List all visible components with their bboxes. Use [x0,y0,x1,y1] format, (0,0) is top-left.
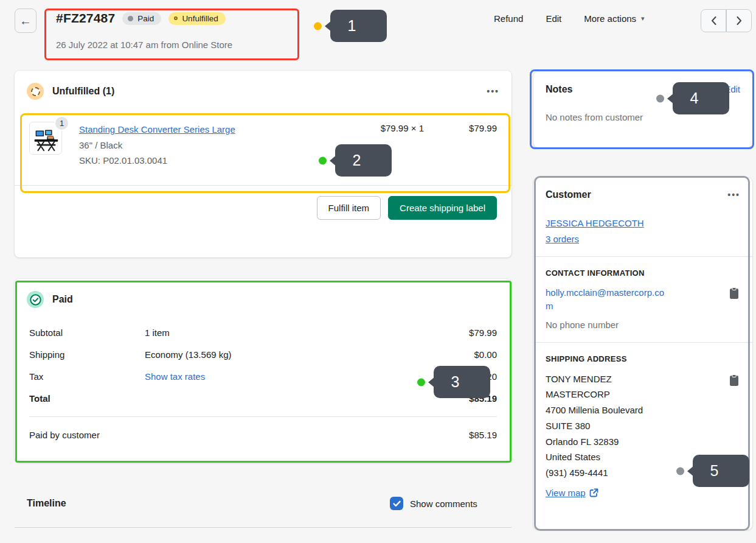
callout-4: 4 [673,82,729,114]
shipping-heading: SHIPPING ADDRESS [546,354,740,363]
total-row: Total $85.19 [29,387,497,409]
customer-card-title: Customer [546,189,591,200]
product-sku: SKU: P02.01.03.0041 [79,153,235,169]
unfulfilled-status-badge: Unfulfilled [168,12,225,25]
unfulfilled-ring-icon [174,16,178,20]
show-tax-rates-link[interactable]: Show tax rates [145,371,205,382]
copy-email-icon[interactable] [729,287,739,300]
show-comments-checkbox[interactable] [390,497,403,510]
page-title: #FZ27487 [56,11,115,26]
order-date-subtitle: 26 July 2022 at 10:47 am from Online Sto… [56,40,232,50]
quantity-badge: 1 [54,116,69,131]
unit-price: $79.99 × 1 [381,122,424,133]
payment-card-title: Paid [52,294,73,305]
paid-check-icon [27,291,44,308]
tax-row: Tax Show tax rates $5.20 [29,365,497,387]
product-variant: 36" / Black [79,138,235,153]
edit-button[interactable]: Edit [546,13,561,24]
fulfillment-card-title: Unfulfilled (1) [52,86,114,97]
paid-status-badge: Paid [122,12,161,25]
caret-down-icon: ▾ [641,15,645,23]
back-button[interactable]: ← [15,9,36,33]
fulfill-item-button[interactable]: Fulfill item [317,196,381,220]
next-order-button[interactable] [726,9,752,32]
chevron-right-icon [737,16,742,25]
timeline-heading: Timeline [27,498,66,509]
unfulfilled-icon [27,83,44,100]
view-map-link[interactable]: View map [546,488,586,498]
order-header: #FZ27487 Paid Unfulfilled [56,11,226,26]
more-actions-button[interactable]: More actions ▾ [584,13,644,24]
create-shipping-label-button[interactable]: Create shipping label [388,196,497,220]
fulfillment-menu-button[interactable]: ••• [487,86,499,96]
product-title-link[interactable]: Standing Desk Converter Series Large [79,124,235,135]
callout-2-dot [319,156,327,164]
subtotal-row: Subtotal 1 item $79.99 [29,321,497,343]
copy-address-icon[interactable] [729,374,739,387]
callout-4-dot [656,94,664,102]
line-total: $79.99 [424,122,497,133]
shipping-row: Shipping Economy (13.569 kg) $0.00 [29,343,497,365]
product-thumbnail: 1 [29,122,62,155]
external-link-icon [589,488,598,497]
line-item-row: 1 Standing Desk Converter Series Large 3… [15,100,512,169]
contact-heading: CONTACT INFORMATION [546,268,740,278]
timeline-divider [15,527,512,528]
customer-summary-section: Customer ••• JESSICA HEDGECOTH 3 orders [533,178,752,256]
callout-3: 3 [434,366,490,398]
paid-by-customer-row: Paid by customer $85.19 [15,417,512,440]
no-phone-text: No phone number [546,320,740,330]
back-arrow-icon: ← [19,14,32,28]
previous-order-button[interactable] [701,9,726,32]
callout-5: 5 [693,455,749,487]
header-actions: Refund Edit More actions ▾ [494,13,645,24]
callout-1-dot [314,22,322,30]
callout-1: 1 [330,10,387,42]
customer-menu-button[interactable]: ••• [727,190,740,200]
callout-2: 2 [335,144,392,177]
chevron-left-icon [711,16,716,25]
callout-3-dot [417,378,425,386]
refund-button[interactable]: Refund [494,13,523,24]
customer-name-link[interactable]: JESSICA HEDGECOTH [546,218,740,228]
contact-information-section: CONTACT INFORMATION holly.mcclain@master… [533,256,752,342]
notes-card-title: Notes [546,84,572,95]
customer-orders-link[interactable]: 3 orders [546,234,740,244]
order-pagination [701,9,752,32]
paid-dot-icon [128,16,133,21]
customer-email-link[interactable]: holly.mcclain@mastercorp.com [546,286,670,313]
fulfillment-card: Unfulfilled (1) ••• 1 Standing Desk Conv… [15,71,512,257]
show-comments-control: Show comments [390,497,477,510]
checkmark-icon [393,500,401,507]
show-comments-label: Show comments [410,499,477,509]
callout-5-dot [676,467,684,475]
